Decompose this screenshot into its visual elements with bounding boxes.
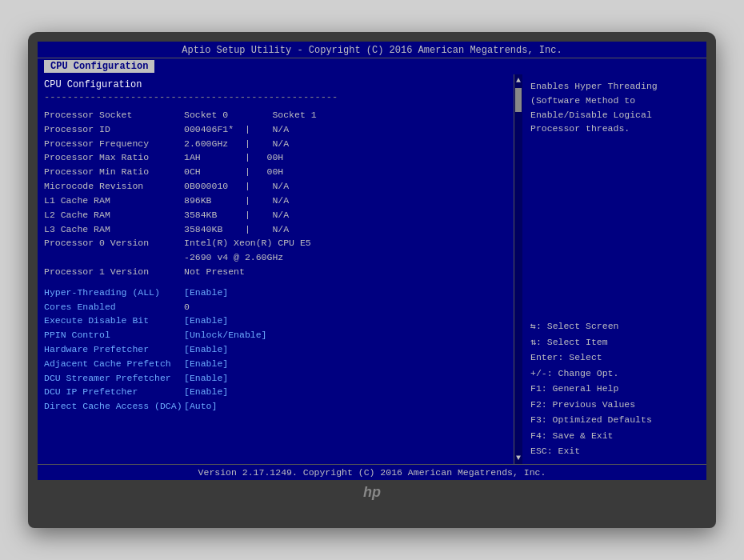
row-label: Processor ID — [44, 122, 184, 137]
table-row: Processor 0 Version Intel(R) Xeon(R) CPU… — [44, 236, 507, 250]
key-esc: ESC: Exit — [530, 443, 698, 459]
setting-label: DCU IP Prefetcher — [44, 385, 184, 399]
left-panel: CPU Configuration ----------------------… — [38, 74, 514, 464]
setting-row[interactable]: Execute Disable Bit [Enable] — [44, 314, 507, 328]
row-label: Processor Socket — [44, 108, 184, 122]
bios-footer: Version 2.17.1249. Copyright (C) 2016 Am… — [38, 464, 706, 480]
row-value: 3584KB | N/A — [184, 208, 289, 222]
table-row: Processor 1 Version Not Present — [44, 265, 507, 279]
setting-value: [Enable] — [184, 357, 228, 371]
setting-label: Direct Cache Access (DCA) — [44, 399, 184, 414]
setting-label: Hyper-Threading (ALL) — [44, 286, 184, 300]
setting-value: [Unlock/Enable] — [184, 328, 267, 342]
row-label: Processor 1 Version — [44, 265, 184, 279]
row-label: L3 Cache RAM — [44, 222, 184, 237]
setting-row[interactable]: DCU Streamer Prefetcher [Enable] — [44, 371, 507, 386]
row-value: Not Present — [184, 265, 245, 279]
scroll-up-icon[interactable]: ▲ — [516, 76, 521, 85]
setting-label: Cores Enabled — [44, 300, 184, 314]
setting-row[interactable]: Adjacent Cache Prefetch [Enable] — [44, 357, 507, 371]
row-label: L1 Cache RAM — [44, 194, 184, 208]
setting-value: [Enable] — [184, 286, 228, 300]
row-value: 2.600GHz | N/A — [184, 137, 289, 151]
table-row: Processor Max Ratio 1AH | 00H — [44, 150, 507, 165]
setting-value: [Enable] — [184, 342, 228, 357]
divider: ----------------------------------------… — [44, 92, 507, 103]
row-label: Microcode Revision — [44, 179, 184, 194]
key-select-screen: ⇆: Select Screen — [530, 318, 698, 334]
setting-value: [Enable] — [184, 314, 228, 328]
key-select-item: ⇅: Select Item — [530, 334, 698, 350]
setting-label: Hardware Prefetcher — [44, 342, 184, 357]
setting-label: DCU Streamer Prefetcher — [44, 371, 184, 386]
row-value: 896KB | N/A — [184, 194, 289, 208]
table-row: L3 Cache RAM 35840KB | N/A — [44, 222, 507, 237]
setting-label: Adjacent Cache Prefetch — [44, 357, 184, 371]
bios-header: Aptio Setup Utility - Copyright (C) 2016… — [38, 42, 706, 58]
row-label: L2 Cache RAM — [44, 208, 184, 222]
row-value: 1AH | 00H — [184, 150, 283, 165]
setting-value: [Enable] — [184, 371, 228, 386]
section-title: CPU Configuration — [44, 79, 507, 90]
bios-main: CPU Configuration ----------------------… — [38, 74, 706, 464]
setting-value: [Auto] — [184, 399, 217, 414]
table-row: Processor Min Ratio 0CH | 00H — [44, 165, 507, 179]
key-f3: F3: Optimized Defaults — [530, 412, 698, 428]
row-label: Processor Frequency — [44, 137, 184, 151]
tab-bar: CPU Configuration — [38, 58, 706, 74]
key-f2: F2: Previous Values — [530, 397, 698, 413]
setting-row[interactable]: DCU IP Prefetcher [Enable] — [44, 385, 507, 399]
key-enter: Enter: Select — [530, 350, 698, 366]
key-f4: F4: Save & Exit — [530, 428, 698, 444]
bios-screen: Aptio Setup Utility - Copyright (C) 2016… — [38, 42, 706, 480]
table-row: Processor ID 000406F1* | N/A — [44, 122, 507, 137]
row-value: -2690 v4 @ 2.60GHz — [184, 250, 283, 265]
key-help: ⇆: Select Screen ⇅: Select Item Enter: S… — [530, 318, 698, 459]
row-value: 0CH | 00H — [184, 165, 283, 179]
active-tab[interactable]: CPU Configuration — [44, 60, 154, 73]
row-value: 0B000010 | N/A — [184, 179, 289, 194]
setting-label: PPIN Control — [44, 328, 184, 342]
setting-row[interactable]: Hardware Prefetcher [Enable] — [44, 342, 507, 357]
spacer — [44, 279, 507, 286]
setting-value: [Enable] — [184, 385, 228, 399]
scroll-thumb[interactable] — [515, 88, 522, 112]
setting-value: 0 — [184, 300, 190, 314]
scroll-down-icon[interactable]: ▼ — [516, 454, 521, 462]
setting-row[interactable]: Hyper-Threading (ALL) [Enable] — [44, 286, 507, 300]
row-label: Processor 0 Version — [44, 236, 184, 250]
row-label — [44, 250, 184, 265]
monitor-bottom: hp — [38, 480, 706, 504]
scrollbar[interactable]: ▲ ▼ — [514, 74, 522, 464]
table-row: L1 Cache RAM 896KB | N/A — [44, 194, 507, 208]
header-title: Aptio Setup Utility - Copyright (C) 2016… — [182, 45, 562, 56]
table-row: Processor Socket Socket 0 Socket 1 — [44, 108, 507, 122]
row-value: Socket 0 Socket 1 — [184, 108, 317, 122]
setting-label: Execute Disable Bit — [44, 314, 184, 328]
table-row: L2 Cache RAM 3584KB | N/A — [44, 208, 507, 222]
right-panel: Enables Hyper Threading (Software Method… — [522, 74, 706, 464]
table-row: -2690 v4 @ 2.60GHz — [44, 250, 507, 265]
setting-row[interactable]: Direct Cache Access (DCA) [Auto] — [44, 399, 507, 414]
row-value: 000406F1* | N/A — [184, 122, 289, 137]
row-label: Processor Max Ratio — [44, 150, 184, 165]
setting-row[interactable]: Cores Enabled 0 — [44, 300, 507, 314]
monitor: Aptio Setup Utility - Copyright (C) 2016… — [28, 32, 716, 528]
row-label: Processor Min Ratio — [44, 165, 184, 179]
setting-row[interactable]: PPIN Control [Unlock/Enable] — [44, 328, 507, 342]
row-value: Intel(R) Xeon(R) CPU E5 — [184, 236, 311, 250]
table-row: Microcode Revision 0B000010 | N/A — [44, 179, 507, 194]
key-f1: F1: General Help — [530, 381, 698, 397]
row-value: 35840KB | N/A — [184, 222, 289, 237]
hp-logo: hp — [363, 484, 381, 501]
footer-text: Version 2.17.1249. Copyright (C) 2016 Am… — [198, 467, 546, 478]
help-text: Enables Hyper Threading (Software Method… — [530, 79, 698, 136]
table-row: Processor Frequency 2.600GHz | N/A — [44, 137, 507, 151]
key-change-opt: +/-: Change Opt. — [530, 366, 698, 382]
